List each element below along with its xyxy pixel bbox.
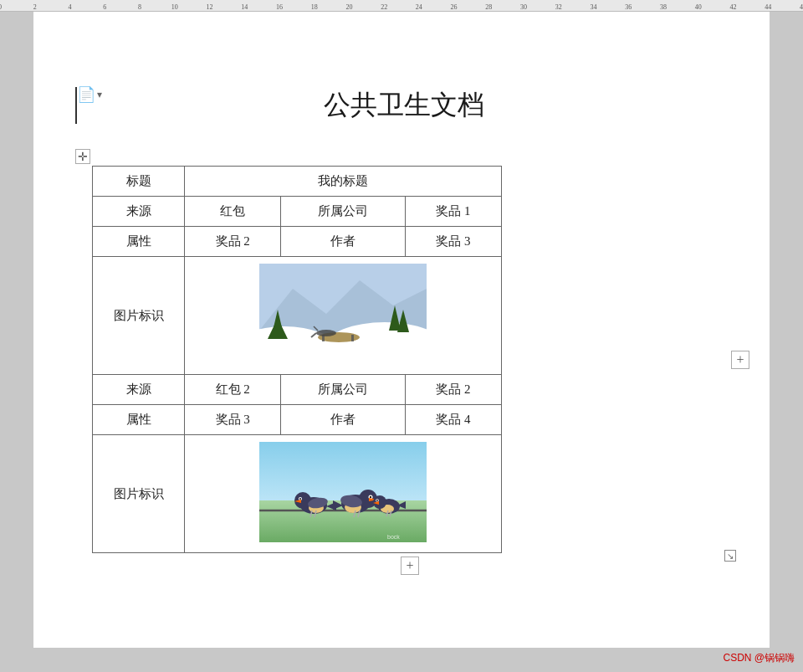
svg-point-45 <box>376 500 378 501</box>
birds-image: bock <box>259 442 427 542</box>
attribute-label: 属性 <box>93 227 185 257</box>
attr-col2: 作者 <box>281 227 405 257</box>
source2-col2: 所属公司 <box>281 375 405 405</box>
attr-col1: 奖品 2 <box>185 227 281 257</box>
image-cell-2: bock <box>185 435 502 553</box>
document-page: 📄 ▾ 公共卫生文档 ✛ + + ↘ 标题 我的标题 <box>33 12 770 648</box>
svg-text:bock: bock <box>387 534 400 540</box>
attr2-col2: 作者 <box>281 405 405 435</box>
table-row: 图片标识 <box>93 435 502 553</box>
source2-col1: 红包 2 <box>185 375 281 405</box>
svg-point-14 <box>316 330 336 336</box>
svg-rect-13 <box>351 335 354 341</box>
table-row: 标题 我的标题 <box>93 167 502 197</box>
title-value-cell: 我的标题 <box>185 167 502 197</box>
watermark: CSDN @锅锅嗨 <box>723 651 795 665</box>
svg-point-25 <box>299 498 301 500</box>
image-label-2: 图片标识 <box>93 435 185 553</box>
svg-text:bock: bock <box>389 356 402 362</box>
source2-col3: 奖品 2 <box>405 375 501 405</box>
table-row: 图片标识 <box>93 257 502 375</box>
attr-col3: 奖品 3 <box>405 227 501 257</box>
table-row: 属性 奖品 3 作者 奖品 4 <box>93 405 502 435</box>
snow-image: bock <box>259 264 427 364</box>
table-resize-handle[interactable]: ↘ <box>724 550 736 562</box>
source-label: 来源 <box>93 197 185 227</box>
page-title: 公共卫生文档 <box>75 87 728 124</box>
source-col3: 奖品 1 <box>405 197 501 227</box>
attribute2-label: 属性 <box>93 405 185 435</box>
dropdown-arrow[interactable]: ▾ <box>97 89 102 101</box>
table-move-handle[interactable]: ✛ <box>75 149 90 164</box>
source-col1: 红包 <box>185 197 281 227</box>
source-col2: 所属公司 <box>281 197 405 227</box>
image-cell-1: bock <box>185 257 502 375</box>
add-row-button[interactable]: + <box>401 557 419 575</box>
table-row: 来源 红包 所属公司 奖品 1 <box>93 197 502 227</box>
source2-label: 来源 <box>93 375 185 405</box>
image-label-1: 图片标识 <box>93 257 185 375</box>
attr2-col1: 奖品 3 <box>185 405 281 435</box>
table-container: ✛ + + ↘ 标题 我的标题 来源 红包 所属公司 奖品 1 <box>92 166 728 553</box>
svg-point-43 <box>373 495 386 509</box>
file-icon: 📄 <box>77 85 95 104</box>
svg-point-23 <box>294 492 311 509</box>
ruler-marks: 0246810121416182022242628303234363840424… <box>0 0 803 11</box>
add-column-button[interactable]: + <box>731 351 749 369</box>
document-table: 标题 我的标题 来源 红包 所属公司 奖品 1 属性 奖品 2 作者 奖品 3 … <box>92 166 502 553</box>
svg-point-35 <box>370 496 371 498</box>
ruler: 0246810121416182022242628303234363840424… <box>0 0 803 12</box>
title-label-cell: 标题 <box>93 167 185 197</box>
table-row: 来源 红包 2 所属公司 奖品 2 <box>93 375 502 405</box>
attr2-col3: 奖品 4 <box>405 405 501 435</box>
doc-icon[interactable]: 📄 ▾ <box>77 85 102 104</box>
table-row: 属性 奖品 2 作者 奖品 3 <box>93 227 502 257</box>
